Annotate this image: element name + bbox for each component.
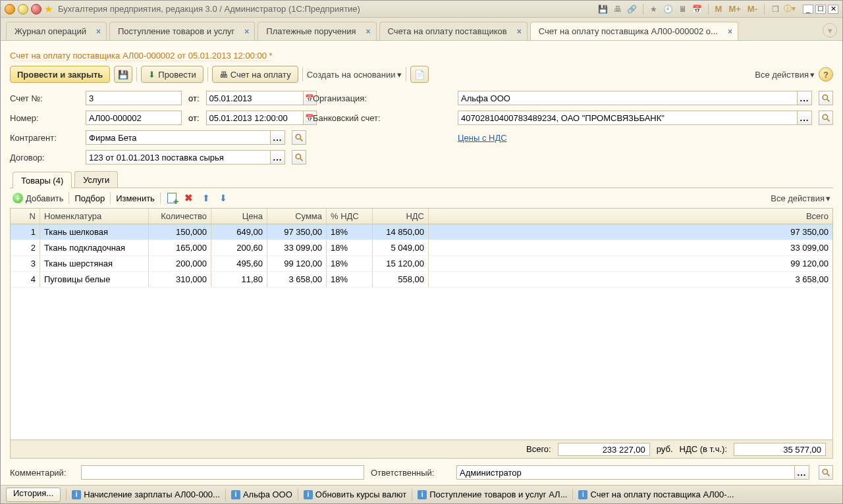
- save-button[interactable]: 💾: [114, 66, 132, 83]
- table-body: 1Ткань шелковая150,000649,0097 350,0018%…: [11, 224, 832, 288]
- total-nds: 35 577,00: [734, 443, 826, 456]
- print-button[interactable]: 🖶Счет на оплату: [212, 66, 298, 83]
- delete-row-button[interactable]: ✖: [183, 192, 195, 204]
- tab-journal[interactable]: Журнал операций×: [6, 22, 107, 40]
- schet-date-input[interactable]: 05.01.2013: [206, 91, 304, 105]
- close-icon[interactable]: ×: [517, 27, 522, 36]
- star-icon[interactable]: ★: [649, 4, 659, 14]
- link-icon[interactable]: 🔗: [627, 4, 638, 14]
- nav-fwd-icon[interactable]: [18, 4, 28, 14]
- select-button[interactable]: ...: [798, 91, 812, 105]
- save-icon[interactable]: 💾: [598, 4, 609, 14]
- taskbar-item[interactable]: iСчет на оплату поставщика АЛ00-...: [578, 490, 734, 499]
- separator: [136, 67, 137, 82]
- close-icon[interactable]: ×: [366, 27, 371, 36]
- taskbar-item[interactable]: iОбновить курсы валют: [304, 490, 406, 499]
- tabs-overflow-button[interactable]: ▾: [823, 23, 837, 38]
- number-date-input[interactable]: 05.01.2013 12:00:00: [206, 111, 304, 125]
- bottom-fields: Комментарий: Ответственный: Администрато…: [10, 465, 833, 480]
- select-button[interactable]: ...: [271, 150, 285, 164]
- history-icon[interactable]: 🕘: [663, 4, 674, 14]
- svg-point-4: [296, 134, 300, 139]
- move-up-button[interactable]: ⬆: [200, 192, 212, 204]
- calendar-icon[interactable]: 📅: [692, 4, 703, 14]
- taskbar-item[interactable]: iАльфа ООО: [231, 490, 292, 499]
- col-total[interactable]: Всего: [429, 209, 832, 224]
- select-button[interactable]: ...: [795, 465, 809, 480]
- totals-row: Всего: 233 227,00 руб. НДС (в т.ч.): 35 …: [10, 440, 833, 459]
- nav-back-icon[interactable]: [5, 4, 15, 14]
- tab-payments[interactable]: Платежные поручения×: [258, 22, 376, 40]
- organization-input[interactable]: Альфа ООО: [458, 91, 798, 105]
- col-ndsp[interactable]: % НДС: [327, 209, 373, 224]
- search-button[interactable]: [819, 91, 833, 105]
- select-button[interactable]: ...: [271, 130, 285, 145]
- close-button[interactable]: ✕: [828, 5, 838, 14]
- m-plus-button[interactable]: M+: [727, 4, 742, 14]
- post-and-close-button[interactable]: Провести и закрыть: [10, 66, 110, 83]
- number-input[interactable]: АЛ00-000002: [86, 111, 182, 125]
- tab-invoices[interactable]: Счета на оплату поставщиков×: [379, 22, 528, 40]
- prices-vat-link[interactable]: Цены с НДС: [458, 133, 507, 143]
- select-button[interactable]: ...: [798, 111, 812, 125]
- tab-goods[interactable]: Товары (4): [13, 172, 72, 188]
- col-sum[interactable]: Сумма: [267, 209, 327, 224]
- col-nds[interactable]: НДС: [373, 209, 429, 224]
- tab-current-invoice[interactable]: Счет на оплату поставщика АЛ00-000002 о.…: [530, 22, 738, 40]
- close-icon[interactable]: ×: [96, 27, 101, 36]
- table-row[interactable]: 2Ткань подкладочная165,000200,6033 099,0…: [11, 240, 832, 256]
- table-row[interactable]: 4Пуговицы белые310,00011,803 658,0018%55…: [11, 272, 832, 288]
- label-responsible: Ответственный:: [371, 468, 450, 478]
- info-icon[interactable]: ⓘ▾: [784, 4, 795, 14]
- search-button[interactable]: [819, 465, 833, 480]
- col-nom[interactable]: Номенклатура: [40, 209, 149, 224]
- taskbar-item[interactable]: iПоступление товаров и услуг АЛ...: [418, 490, 567, 499]
- search-button[interactable]: [292, 130, 306, 145]
- field-dogovor: 123 от 01.01.2013 поставка сырья...: [86, 150, 306, 164]
- nav-stop-icon[interactable]: [31, 4, 41, 14]
- col-price[interactable]: Цена: [211, 209, 267, 224]
- add-button[interactable]: ＋Добавить: [13, 193, 63, 203]
- col-n[interactable]: N: [11, 209, 40, 224]
- bank-account-input[interactable]: 40702810400783489234, ОАО "ПРОМСВЯЗЬБАНК…: [458, 111, 798, 125]
- pick-button[interactable]: Подбор: [74, 193, 105, 203]
- responsible-input[interactable]: Администратор: [456, 465, 795, 480]
- calc-icon[interactable]: 🖩: [678, 4, 688, 14]
- edit-button[interactable]: Изменить: [116, 193, 155, 203]
- arrow-down-icon: ⬇: [219, 193, 227, 203]
- favorite-icon[interactable]: ★: [44, 3, 53, 15]
- help-button[interactable]: ?: [819, 67, 833, 82]
- print-icon[interactable]: 🖶: [612, 4, 623, 14]
- search-button[interactable]: [819, 111, 833, 125]
- table-row[interactable]: 1Ткань шелковая150,000649,0097 350,0018%…: [11, 224, 832, 240]
- col-qty[interactable]: Количество: [149, 209, 211, 224]
- label-organization: Организация:: [313, 93, 451, 103]
- all-actions-dropdown[interactable]: Все действия ▾: [755, 70, 815, 80]
- m-button[interactable]: M: [714, 4, 724, 14]
- kontragent-input[interactable]: Фирма Бета: [86, 130, 271, 145]
- chevron-down-icon: ▾: [810, 70, 815, 80]
- move-down-button[interactable]: ⬇: [217, 192, 229, 204]
- history-button[interactable]: История...: [6, 488, 61, 502]
- table-row[interactable]: 3Ткань шерстяная200,000495,6099 120,0018…: [11, 256, 832, 272]
- taskbar-item[interactable]: iНачисление зарплаты АЛ00-000...: [72, 490, 220, 499]
- tab-receipt[interactable]: Поступление товаров и услуг×: [109, 22, 255, 40]
- dogovor-input[interactable]: 123 от 01.01.2013 поставка сырья: [86, 150, 271, 164]
- maximize-button[interactable]: ☐: [815, 5, 826, 14]
- m-minus-button[interactable]: M-: [746, 4, 759, 14]
- schet-no-input[interactable]: 3: [86, 91, 182, 105]
- close-icon[interactable]: ×: [728, 27, 732, 36]
- post-button[interactable]: ⬇Провести: [141, 66, 204, 83]
- comment-input[interactable]: [81, 465, 364, 480]
- close-icon[interactable]: ×: [244, 27, 249, 36]
- report-button[interactable]: 📄: [410, 66, 429, 83]
- minimize-button[interactable]: _: [803, 5, 813, 14]
- window-controls: _ ☐ ✕: [803, 5, 838, 14]
- tab-services[interactable]: Услуги: [74, 171, 118, 188]
- top-tabs: Журнал операций× Поступление товаров и у…: [1, 18, 842, 41]
- table-all-actions[interactable]: Все действия ▾: [771, 193, 830, 203]
- copy-row-button[interactable]: [166, 192, 178, 204]
- search-button[interactable]: [292, 150, 306, 164]
- windows-icon[interactable]: ❐: [770, 4, 780, 14]
- create-based-dropdown[interactable]: Создать на основании ▾: [307, 70, 402, 80]
